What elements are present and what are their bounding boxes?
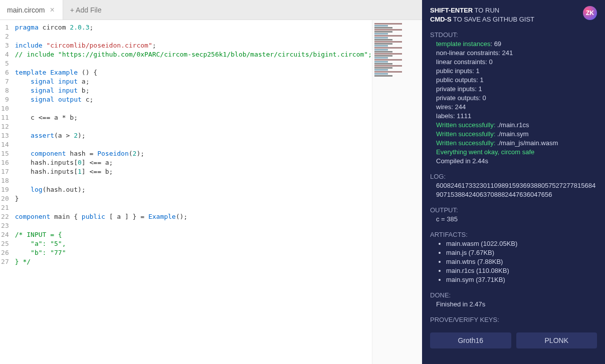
stdout-line: Written successfully: ./main.sym xyxy=(430,130,597,139)
stdout-line: labels: 1111 xyxy=(430,112,597,121)
line-number: 8 xyxy=(0,86,9,95)
code-line[interactable] xyxy=(13,104,372,113)
code-line[interactable] xyxy=(13,221,372,230)
tab-main-circom[interactable]: main.circom × xyxy=(0,0,63,20)
code-line[interactable]: "a": "5", xyxy=(13,239,372,248)
done-label: DONE: xyxy=(430,291,597,299)
code-editor[interactable]: 1234567891011121314151617181920212223242… xyxy=(0,20,372,364)
code-line[interactable]: log(hash.out); xyxy=(13,185,372,194)
stdout-line: private inputs: 1 xyxy=(430,85,597,94)
line-number: 10 xyxy=(0,104,9,113)
code-line[interactable]: component main { public [ a ] } = Exampl… xyxy=(13,212,372,221)
stdout-line: private outputs: 0 xyxy=(430,94,597,103)
line-number: 23 xyxy=(0,221,9,230)
output-value: c = 385 xyxy=(430,215,597,224)
line-number: 15 xyxy=(0,149,9,158)
code-line[interactable]: signal output c; xyxy=(13,95,372,104)
add-file-button[interactable]: + Add File xyxy=(63,6,109,14)
code-line[interactable]: pragma circom 2.0.3; xyxy=(13,23,372,32)
code-lines[interactable]: pragma circom 2.0.3;include "circomlib/p… xyxy=(13,20,372,364)
output-header: SHIFT-ENTER TO RUN CMD-S TO SAVE AS GITH… xyxy=(422,0,605,29)
line-number: 16 xyxy=(0,158,9,167)
run-key: SHIFT-ENTER xyxy=(430,7,473,14)
stdout-section: STDOUT: template instances: 69non-linear… xyxy=(422,29,605,171)
artifact-item[interactable]: main.wtns (7.88KB) xyxy=(446,257,597,266)
keys-label: PROVE/VERIFY KEYS: xyxy=(430,316,597,323)
output-panel: SHIFT-ENTER TO RUN CMD-S TO SAVE AS GITH… xyxy=(422,0,605,364)
line-number: 13 xyxy=(0,131,9,140)
line-number: 14 xyxy=(0,140,9,149)
stdout-line: Written successfully: ./main_js/main.was… xyxy=(430,139,597,148)
code-line[interactable] xyxy=(13,122,372,131)
stdout-line: template instances: 69 xyxy=(430,40,597,49)
code-line[interactable]: include "circomlib/poseidon.circom"; xyxy=(13,41,372,50)
code-line[interactable]: c <== a * b; xyxy=(13,113,372,122)
line-gutter: 1234567891011121314151617181920212223242… xyxy=(0,20,13,364)
code-line[interactable] xyxy=(13,140,372,149)
editor-body: 1234567891011121314151617181920212223242… xyxy=(0,20,422,364)
tab-label: main.circom xyxy=(7,6,45,14)
log-label: LOG: xyxy=(430,173,597,180)
artifact-item[interactable]: main.js (7.67KB) xyxy=(446,248,597,257)
save-key: CMD-S xyxy=(430,16,452,23)
code-line[interactable]: // include "https://github.com/0xPARC/ci… xyxy=(13,50,372,59)
code-line[interactable] xyxy=(13,203,372,212)
done-section: DONE: Finished in 2.47s xyxy=(422,289,605,314)
tab-bar: main.circom × + Add File xyxy=(0,0,422,20)
line-number: 5 xyxy=(0,59,9,68)
line-number: 21 xyxy=(0,203,9,212)
plonk-button[interactable]: PLONK xyxy=(516,332,597,348)
line-number: 20 xyxy=(0,194,9,203)
log-value: 6008246173323011098915936938805752727781… xyxy=(430,181,597,199)
minimap[interactable] xyxy=(372,20,422,364)
artifact-item[interactable]: main.wasm (1022.05KB) xyxy=(446,239,597,248)
code-line[interactable]: assert(a > 2); xyxy=(13,131,372,140)
code-line[interactable]: } */ xyxy=(13,257,372,266)
artifacts-label: ARTIFACTS: xyxy=(430,231,597,238)
log-section: LOG: 60082461733230110989159369388057527… xyxy=(422,171,605,204)
line-number: 1 xyxy=(0,23,9,32)
keys-section: PROVE/VERIFY KEYS: xyxy=(422,314,605,329)
stdout-line: wires: 244 xyxy=(430,103,597,112)
line-number: 2 xyxy=(0,32,9,41)
line-number: 4 xyxy=(0,50,9,59)
code-line[interactable]: hash.inputs[1] <== b; xyxy=(13,167,372,176)
shortcut-hints: SHIFT-ENTER TO RUN CMD-S TO SAVE AS GITH… xyxy=(430,6,534,24)
line-number: 9 xyxy=(0,95,9,104)
code-line[interactable]: hash.inputs[0] <== a; xyxy=(13,158,372,167)
run-text: TO RUN xyxy=(473,7,499,14)
line-number: 24 xyxy=(0,230,9,239)
code-line[interactable]: /* INPUT = { xyxy=(13,230,372,239)
stdout-label: STDOUT: xyxy=(430,31,597,39)
code-line[interactable] xyxy=(13,59,372,68)
code-line[interactable] xyxy=(13,32,372,41)
stdout-line: Everything went okay, circom safe xyxy=(430,148,597,157)
artifacts-section: ARTIFACTS: main.wasm (1022.05KB)main.js … xyxy=(422,229,605,289)
code-line[interactable]: "b": "77" xyxy=(13,248,372,257)
code-line[interactable]: template Example () { xyxy=(13,68,372,77)
line-number: 6 xyxy=(0,68,9,77)
code-line[interactable]: signal input a; xyxy=(13,77,372,86)
line-number: 11 xyxy=(0,113,9,122)
editor-panel: main.circom × + Add File 123456789101112… xyxy=(0,0,422,364)
line-number: 26 xyxy=(0,248,9,257)
code-line[interactable]: component hash = Poseidon(2); xyxy=(13,149,372,158)
code-line[interactable] xyxy=(13,176,372,185)
artifact-item[interactable]: main.sym (37.71KB) xyxy=(446,275,597,284)
line-number: 18 xyxy=(0,176,9,185)
line-number: 3 xyxy=(0,41,9,50)
line-number: 12 xyxy=(0,122,9,131)
save-text: TO SAVE AS GITHUB GIST xyxy=(452,16,534,23)
stdout-line: non-linear constraints: 241 xyxy=(430,49,597,58)
line-number: 27 xyxy=(0,257,9,266)
output-label: OUTPUT: xyxy=(430,206,597,214)
done-value: Finished in 2.47s xyxy=(430,300,597,309)
close-icon[interactable]: × xyxy=(49,6,55,15)
code-line[interactable]: } xyxy=(13,194,372,203)
artifact-item[interactable]: main.r1cs (110.08KB) xyxy=(446,266,597,275)
stdout-line: public inputs: 1 xyxy=(430,67,597,76)
stdout-line: linear constraints: 0 xyxy=(430,58,597,67)
groth16-button[interactable]: Groth16 xyxy=(430,332,511,348)
output-section: OUTPUT: c = 385 xyxy=(422,204,605,229)
code-line[interactable]: signal input b; xyxy=(13,86,372,95)
